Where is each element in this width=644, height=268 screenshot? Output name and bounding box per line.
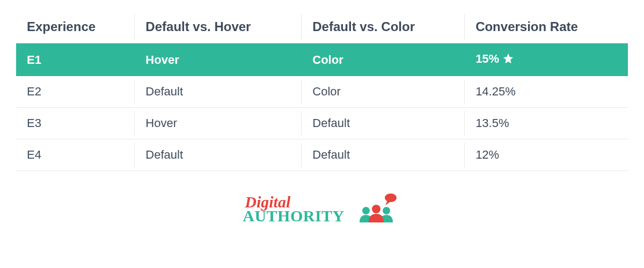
- cell-hover: Default: [135, 76, 302, 108]
- cell-experience: E4: [16, 139, 135, 171]
- svg-point-0: [385, 193, 397, 202]
- cell-color: Color: [302, 76, 465, 108]
- conversion-table: Experience Default vs. Hover Default vs.…: [16, 11, 628, 171]
- cell-color: Default: [302, 108, 465, 139]
- table-row: E2DefaultColor14.25%: [16, 76, 628, 108]
- cell-hover: Default: [135, 139, 302, 171]
- cell-hover: Hover: [135, 108, 302, 139]
- table-row: E4DefaultDefault12%: [16, 139, 628, 171]
- cell-color: Default: [302, 139, 465, 171]
- svg-point-2: [383, 207, 390, 214]
- brand-logo: Digital AUTHORITY: [243, 192, 401, 222]
- cell-experience: E1: [16, 43, 135, 77]
- cell-color: Color: [302, 43, 465, 77]
- logo-container: Digital AUTHORITY: [16, 192, 628, 222]
- header-rate: Conversion Rate: [465, 11, 628, 43]
- cell-experience: E2: [16, 76, 135, 108]
- logo-line2: AUTHORITY: [243, 209, 345, 223]
- cell-rate: 13.5%: [465, 108, 628, 139]
- table-header-row: Experience Default vs. Hover Default vs.…: [16, 11, 628, 43]
- svg-point-3: [372, 205, 380, 213]
- cell-experience: E3: [16, 108, 135, 139]
- cell-rate: 12%: [465, 139, 628, 171]
- table-row: E1HoverColor15%: [16, 43, 628, 77]
- table-row: E3HoverDefault13.5%: [16, 108, 628, 139]
- header-experience: Experience: [16, 11, 135, 43]
- people-icon: [357, 192, 401, 222]
- logo-text: Digital AUTHORITY: [243, 195, 345, 222]
- star-icon: [502, 53, 514, 68]
- svg-point-1: [362, 207, 370, 214]
- header-color: Default vs. Color: [302, 11, 465, 43]
- table-body: E1HoverColor15%E2DefaultColor14.25%E3Hov…: [16, 43, 628, 171]
- cell-rate: 14.25%: [465, 76, 628, 108]
- cell-rate: 15%: [465, 43, 628, 77]
- header-hover: Default vs. Hover: [135, 11, 302, 43]
- cell-hover: Hover: [135, 43, 302, 77]
